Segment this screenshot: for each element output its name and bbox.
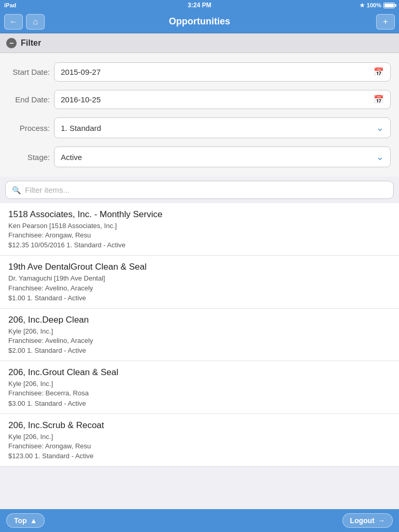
opportunities-list: 1518 Associates, Inc. - Monthly Service … xyxy=(0,203,399,467)
process-label: Process: xyxy=(8,124,50,132)
list-item[interactable]: 19th Ave DentalGrout Clean & Seal Dr. Ya… xyxy=(0,256,399,308)
list-item-contact: Ken Pearson [1518 Associates, Inc.] xyxy=(8,221,391,231)
start-date-value: 2015-09-27 xyxy=(61,68,101,76)
search-icon: 🔍 xyxy=(12,186,21,194)
list-item-franchisee: Franchisee: Avelino, Aracely xyxy=(8,336,391,345)
end-date-value: 2016-10-25 xyxy=(61,95,101,104)
list-item-title: 206, Inc.Deep Clean xyxy=(8,315,391,325)
bottom-bar: Top ▲ Logout → xyxy=(0,509,399,532)
calendar-icon-2: 📅 xyxy=(374,95,384,104)
nav-bar-left-buttons: ← ⌂ xyxy=(4,14,45,30)
list-item[interactable]: 1518 Associates, Inc. - Monthly Service … xyxy=(0,203,399,256)
logout-button[interactable]: Logout → xyxy=(342,513,393,528)
chevron-down-icon: ⌄ xyxy=(376,122,384,134)
add-button[interactable]: + xyxy=(376,14,395,30)
home-button[interactable]: ⌂ xyxy=(26,14,45,30)
process-row: Process: 1. Standard ⌄ xyxy=(0,113,399,142)
logout-label: Logout xyxy=(350,516,375,525)
list-item-meta: $2.00 1. Standard - Active xyxy=(8,347,391,354)
battery-icon xyxy=(383,3,395,8)
filter-collapse-icon: − xyxy=(6,38,17,48)
list-item-title: 1518 Associates, Inc. - Monthly Service xyxy=(8,209,391,220)
stage-row: Stage: Active ⌄ xyxy=(0,142,399,171)
stage-value: Active xyxy=(61,153,82,162)
status-right: ★ 100% xyxy=(360,2,395,9)
page-title: Opportunities xyxy=(169,16,230,27)
end-date-label: End Date: xyxy=(8,95,50,104)
filter-search-input[interactable]: 🔍 Filter items... xyxy=(5,181,394,199)
list-item-franchisee: Franchisee: Becerra, Rosa xyxy=(8,389,391,398)
list-item-franchisee: Franchisee: Arongaw, Resu xyxy=(8,442,391,451)
list-item-meta: $3.00 1. Standard - Active xyxy=(8,400,391,407)
start-date-input[interactable]: 2015-09-27 📅 xyxy=(54,62,391,82)
filter-header[interactable]: − Filter xyxy=(0,33,399,53)
list-item-title: 19th Ave DentalGrout Clean & Seal xyxy=(8,262,391,272)
filter-label: Filter xyxy=(21,38,41,48)
list-item[interactable]: 206, Inc.Scrub & Recoat Kyle [206, Inc.]… xyxy=(0,414,399,467)
list-item[interactable]: 206, Inc.Deep Clean Kyle [206, Inc.] Fra… xyxy=(0,309,399,361)
time-label: 3:24 PM xyxy=(188,2,211,9)
carrier-label: iPad xyxy=(4,2,16,8)
start-date-label: Start Date: xyxy=(8,68,50,76)
bluetooth-icon: ★ xyxy=(360,2,365,9)
list-item[interactable]: 206, Inc.Grout Clean & Seal Kyle [206, I… xyxy=(0,361,399,414)
stage-label: Stage: xyxy=(8,153,50,162)
search-container: 🔍 Filter items... xyxy=(0,177,399,203)
top-arrow-icon: ▲ xyxy=(30,516,37,525)
status-bar: iPad 3:24 PM ★ 100% xyxy=(0,0,399,10)
list-item-title: 206, Inc.Grout Clean & Seal xyxy=(8,367,391,378)
process-value: 1. Standard xyxy=(61,124,101,132)
list-item-contact: Dr. Yamaguchi [19th Ave Dental] xyxy=(8,274,391,283)
list-item-meta: $12.35 10/05/2016 1. Standard - Active xyxy=(8,241,391,249)
nav-bar: ← ⌂ Opportunities + xyxy=(0,10,399,33)
list-item-franchisee: Franchisee: Avelino, Aracely xyxy=(8,284,391,293)
battery-percent: 100% xyxy=(367,2,381,8)
end-date-row: End Date: 2016-10-25 📅 xyxy=(0,86,399,113)
list-item-title: 206, Inc.Scrub & Recoat xyxy=(8,420,391,431)
calendar-icon: 📅 xyxy=(374,67,384,77)
stage-select[interactable]: Active ⌄ xyxy=(54,147,391,167)
back-button[interactable]: ← xyxy=(4,14,23,30)
logout-icon: → xyxy=(378,516,385,525)
list-item-contact: Kyle [206, Inc.] xyxy=(8,379,391,389)
start-date-row: Start Date: 2015-09-27 📅 xyxy=(0,58,399,86)
filter-section: Start Date: 2015-09-27 📅 End Date: 2016-… xyxy=(0,53,399,177)
top-label: Top xyxy=(14,516,27,525)
list-item-meta: $1.00 1. Standard - Active xyxy=(8,294,391,302)
search-placeholder: Filter items... xyxy=(25,185,70,194)
list-item-franchisee: Franchisee: Arongaw, Resu xyxy=(8,231,391,240)
chevron-down-icon-2: ⌄ xyxy=(376,151,384,163)
list-item-contact: Kyle [206, Inc.] xyxy=(8,327,391,336)
top-button[interactable]: Top ▲ xyxy=(6,513,45,528)
process-select[interactable]: 1. Standard ⌄ xyxy=(54,117,391,138)
list-item-contact: Kyle [206, Inc.] xyxy=(8,432,391,442)
end-date-input[interactable]: 2016-10-25 📅 xyxy=(54,90,391,109)
nav-bar-right-buttons: + xyxy=(376,14,395,30)
list-item-meta: $123.00 1. Standard - Active xyxy=(8,452,391,460)
